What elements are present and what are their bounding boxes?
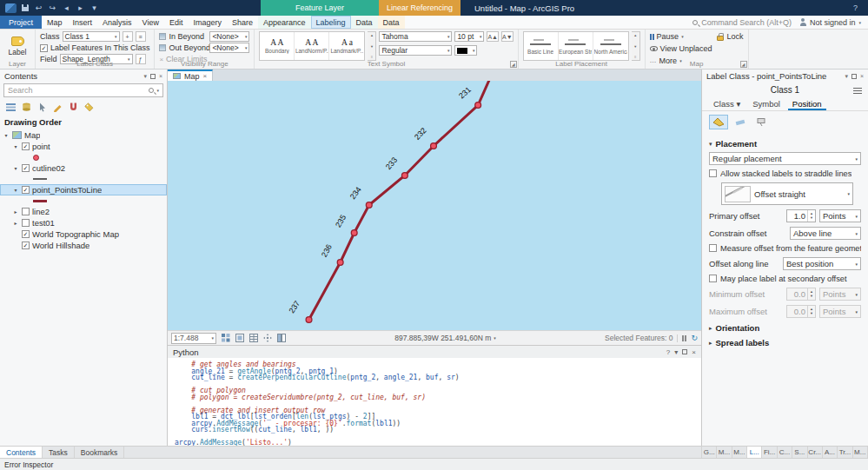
search-dropdown-icon[interactable]: ▾ [156,88,159,93]
visibility-checkbox[interactable]: ✓ [22,242,30,249]
unpin-icon[interactable] [150,74,156,79]
straddle-checkbox-row[interactable]: Allow stacked labels to straddle lines [709,169,861,178]
text-symbol-gallery-scroll[interactable]: ▲▼≡ [368,31,376,61]
dock-tab-bookmarks[interactable]: Bookmarks [75,447,125,458]
layer-item-point[interactable]: ▾✓point [0,141,167,152]
spinner-icon[interactable]: ▲▼ [807,306,815,317]
pane-menu-icon[interactable]: ▾ [143,73,147,80]
text-symbol-style-boundary[interactable]: A ABoundary [260,32,295,60]
pane-tab-7[interactable]: Cr... [808,447,823,458]
offset-style-combo[interactable]: Offset straight ▾ [721,182,853,205]
label-pane-tab-symbol[interactable]: Symbol [748,99,785,110]
list-by-drawing-order-icon[interactable] [5,102,16,112]
placement-type-combo[interactable]: Regular placement▾ [709,152,861,165]
visibility-checkbox[interactable] [22,208,30,215]
pane-tab-6[interactable]: S... [792,447,807,458]
primary-offset-unit-combo[interactable]: Points▾ [819,209,861,222]
shrink-text-icon[interactable]: A▼ [501,31,514,42]
visibility-checkbox[interactable]: ✓ [22,186,30,194]
orientation-section-header[interactable]: ▸Orientation [709,323,861,333]
pane-tab-10[interactable]: M... [853,447,868,458]
spread-labels-section-header[interactable]: ▸Spread labels [709,338,861,348]
ribbon-tab-insert[interactable]: Insert [68,16,98,29]
search-input[interactable] [8,86,146,95]
map-canvas[interactable]: 231232233234235236237 [168,81,701,330]
ribbon-tab-imagery[interactable]: Imagery [188,16,227,29]
spinner-icon[interactable]: ▲▼ [807,288,815,300]
save-icon[interactable] [19,3,30,14]
pause-button[interactable]: Pause▾ [650,31,712,42]
coordinates-display[interactable]: 897.885,39W 251.491,60N m▾ [394,334,496,342]
add-label-class-icon[interactable]: + [123,31,133,42]
placement-gallery-scroll[interactable]: ▲▼≡ [632,31,640,61]
command-search[interactable]: Command Search (Alt+Q) [692,18,792,27]
dock-tab-contents[interactable]: Contents [0,447,43,458]
maximum-offset-unit-combo[interactable]: Points▾ [819,305,861,318]
close-icon[interactable]: × [159,73,162,79]
lock-button[interactable]: Lock [717,31,743,42]
float-icon[interactable] [682,349,687,354]
list-by-labeling-icon[interactable] [83,102,94,112]
scale-combo[interactable]: 1:7.488▾ [171,333,216,344]
pane-tab-5[interactable]: C... [778,447,792,458]
placement-section-header[interactable]: ▾Placement [709,139,861,149]
layer-item-test01[interactable]: ▸test01 [0,217,167,228]
measure-checkbox-row[interactable]: Measure offset from the feature geometry [709,244,861,253]
pane-menu-icon[interactable]: ▾ [845,73,848,80]
gallery-expand-icon[interactable]: ≡ [371,55,373,59]
error-inspector-button[interactable]: Error Inspector [4,460,53,469]
layer-item-world-hillshade[interactable]: ✓World Hillshade [0,240,167,251]
constrain-offset-combo[interactable]: Above line▾ [790,227,861,240]
list-by-data-source-icon[interactable] [21,102,31,112]
ribbon-tab-project[interactable]: Project [0,16,42,29]
unpin-icon[interactable] [851,74,857,79]
font-size-combo[interactable]: 10 pt▾ [454,31,484,42]
layer-item-point-pointstoline[interactable]: ▾✓point_PointsToLine [0,184,167,195]
pane-tab-9[interactable]: Tr... [838,447,852,458]
pane-tab-1[interactable]: M... [717,447,732,458]
split-icon[interactable] [276,334,286,343]
forward-icon[interactable]: ▸ [75,3,86,14]
layer-symbol-row[interactable] [0,195,167,206]
label-class-menu-icon[interactable]: ≡ [136,31,146,42]
primary-offset-input[interactable]: 1.0▲▼ [786,209,816,222]
map-view-tab[interactable]: Map × [168,70,213,81]
redo-icon[interactable]: ↪ [47,3,58,14]
quick-access-dropdown-icon[interactable]: ▾ [89,3,100,14]
minimum-offset-unit-combo[interactable]: Points▾ [819,288,861,301]
ribbon-tab-edit[interactable]: Edit [164,16,189,29]
text-symbol-style-landmark-p-[interactable]: A aLandmark/P... [329,32,364,60]
ribbon-tab-analysis[interactable]: Analysis [97,16,137,29]
ribbon-tab-labeling[interactable]: Labeling [311,16,351,29]
label-pane-tab-position[interactable]: Position [788,99,826,110]
pane-menu-icon[interactable]: ▾ [674,348,678,356]
pane-tab-3[interactable]: L... [747,447,762,458]
refresh-icon[interactable]: ↻ [691,334,698,342]
help-icon[interactable]: ? [666,348,670,356]
table-icon[interactable] [248,334,258,343]
visibility-checkbox[interactable]: ✓ [22,164,30,172]
minimum-offset-input[interactable]: 0.0▲▼ [786,288,816,301]
back-icon[interactable]: ◂ [61,3,72,14]
scroll-up-icon[interactable]: ▲ [633,33,637,37]
close-icon[interactable]: × [692,348,696,356]
font-style-combo[interactable]: Regular▾ [379,45,452,56]
list-by-editing-icon[interactable] [52,102,63,112]
pause-drawing-icon[interactable] [682,335,686,341]
pane-tab-2[interactable]: M... [732,447,747,458]
placement-style-north-american-str-[interactable]: North American Str... [593,32,628,60]
layer-symbol-row[interactable] [0,174,167,184]
pane-tab-8[interactable]: A... [823,447,838,458]
ribbon-tab-data[interactable]: Data [378,16,405,29]
position-style-icon[interactable] [709,115,728,129]
font-combo[interactable]: Tahoma▾ [379,31,452,42]
pan-icon[interactable] [262,334,272,343]
layer-item-line2[interactable]: ▸line2 [0,206,167,217]
sign-in-button[interactable]: Not signed in ▾ [800,18,861,27]
label-class-combo[interactable]: Class 1▾ [63,31,120,42]
in-beyond-combo[interactable]: <None>▾ [209,31,249,42]
label-pane-tab-class[interactable]: Class ▾ [709,99,745,110]
pane-tab-4[interactable]: Fi... [762,447,777,458]
scroll-up-icon[interactable]: ▲ [370,33,374,37]
python-code[interactable]: # get angles and bearings angle_21 = get… [168,358,701,446]
